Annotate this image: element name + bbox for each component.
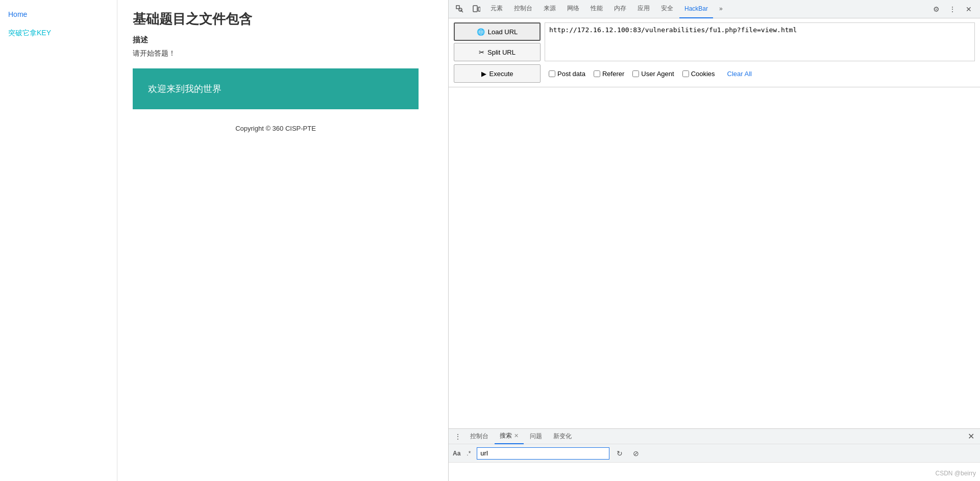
page-title: 基础题目之文件包含 xyxy=(133,10,433,28)
execute-icon: ▶ xyxy=(481,70,486,78)
search-input[interactable] xyxy=(477,447,609,460)
console-search-row: Aa .* ↻ ⊘ xyxy=(449,444,980,463)
hackbar-options: Post data Referer User Agent Cookies Cle… xyxy=(545,70,975,78)
clear-all-button[interactable]: Clear All xyxy=(727,70,752,78)
tab-security[interactable]: 安全 xyxy=(656,0,678,18)
cookies-option[interactable]: Cookies xyxy=(682,70,715,78)
sidebar: Home 突破它拿KEY xyxy=(0,0,117,481)
tab-elements[interactable]: 元素 xyxy=(485,0,508,18)
post-data-option[interactable]: Post data xyxy=(549,70,585,78)
split-url-button[interactable]: ✂ Split URL xyxy=(454,43,541,61)
cookies-checkbox[interactable] xyxy=(682,70,689,77)
drawer-tab-console[interactable]: 控制台 xyxy=(465,429,494,444)
tab-performance[interactable]: 性能 xyxy=(585,0,608,18)
console-empty-area xyxy=(449,463,980,481)
svg-rect-3 xyxy=(478,7,480,11)
inspect-icon[interactable] xyxy=(453,2,467,16)
devtools-content xyxy=(449,87,980,428)
devtools-panel: 元素 控制台 来源 网络 性能 内存 应用 安全 HackBar » ⚙ ⋮ ✕… xyxy=(448,0,980,481)
url-textarea[interactable] xyxy=(545,22,975,61)
settings-icon[interactable]: ⚙ xyxy=(929,2,943,16)
content-area: 基础题目之文件包含 描述 请开始答题！ 欢迎来到我的世界 Copyright ©… xyxy=(117,0,448,142)
hackbar-execute-row: ▶ Execute Post data Referer User Agent xyxy=(454,64,975,83)
more-icon[interactable]: ⋮ xyxy=(945,2,960,16)
user-agent-option[interactable]: User Agent xyxy=(632,70,674,78)
welcome-banner: 欢迎来到我的世界 xyxy=(133,68,419,109)
hackbar-area: 🌐 Load URL ✂ Split URL ▶ Execute Post da… xyxy=(449,18,980,87)
drawer-close-button[interactable]: ✕ xyxy=(965,430,977,443)
copyright-text: Copyright © 360 CISP-PTE xyxy=(133,125,419,132)
svg-rect-0 xyxy=(456,6,459,9)
search-regex-button[interactable]: .* xyxy=(464,449,473,458)
drawer-tab-issues[interactable]: 问题 xyxy=(525,429,547,444)
console-drawer-tabs: ⋮ 控制台 搜索 ✕ 问题 新变化 ✕ xyxy=(449,429,980,444)
desc-label: 描述 xyxy=(133,35,433,45)
watermark: CSDN @beirry xyxy=(935,470,976,477)
referer-checkbox[interactable] xyxy=(594,70,600,77)
tab-memory[interactable]: 内存 xyxy=(609,0,631,18)
split-url-icon: ✂ xyxy=(479,49,484,56)
tab-sources[interactable]: 来源 xyxy=(538,0,561,18)
sidebar-item-key[interactable]: 突破它拿KEY xyxy=(0,23,117,43)
drawer-tab-search[interactable]: 搜索 ✕ xyxy=(495,429,524,444)
sidebar-item-home[interactable]: Home xyxy=(0,5,117,23)
close-icon[interactable]: ✕ xyxy=(962,2,976,16)
svg-rect-2 xyxy=(473,6,477,12)
hackbar-buttons: 🌐 Load URL ✂ Split URL xyxy=(454,22,541,61)
search-clear-button[interactable]: ⊘ xyxy=(630,447,642,460)
tab-application[interactable]: 应用 xyxy=(632,0,655,18)
search-tab-close[interactable]: ✕ xyxy=(514,432,519,439)
tab-network[interactable]: 网络 xyxy=(562,0,584,18)
devtools-toolbar-right: ⚙ ⋮ ✕ xyxy=(929,2,976,16)
tab-console[interactable]: 控制台 xyxy=(509,0,537,18)
devtools-toolbar: 元素 控制台 来源 网络 性能 内存 应用 安全 HackBar » ⚙ ⋮ ✕ xyxy=(449,0,980,18)
load-url-icon: 🌐 xyxy=(477,28,485,36)
tab-more[interactable]: » xyxy=(714,0,728,18)
desc-text: 请开始答题！ xyxy=(133,49,433,58)
user-agent-checkbox[interactable] xyxy=(632,70,639,77)
main-page-area: Home 突破它拿KEY 基础题目之文件包含 描述 请开始答题！ 欢迎来到我的世… xyxy=(0,0,448,481)
drawer-tab-changes[interactable]: 新变化 xyxy=(548,429,577,444)
post-data-checkbox[interactable] xyxy=(549,70,555,77)
execute-button[interactable]: ▶ Execute xyxy=(454,64,541,83)
drawer-menu-icon[interactable]: ⋮ xyxy=(452,430,464,443)
search-refresh-button[interactable]: ↻ xyxy=(614,447,626,460)
device-icon[interactable] xyxy=(469,2,483,16)
console-drawer: ⋮ 控制台 搜索 ✕ 问题 新变化 ✕ Aa .* ↻ ⊘ xyxy=(449,428,980,481)
devtools-tabs: 元素 控制台 来源 网络 性能 内存 应用 安全 HackBar » xyxy=(485,0,927,18)
tab-hackbar[interactable]: HackBar xyxy=(679,0,713,18)
load-url-button[interactable]: 🌐 Load URL xyxy=(454,22,541,41)
hackbar-row1: 🌐 Load URL ✂ Split URL xyxy=(454,22,975,61)
referer-option[interactable]: Referer xyxy=(594,70,624,78)
search-aa-label: Aa xyxy=(453,450,460,457)
